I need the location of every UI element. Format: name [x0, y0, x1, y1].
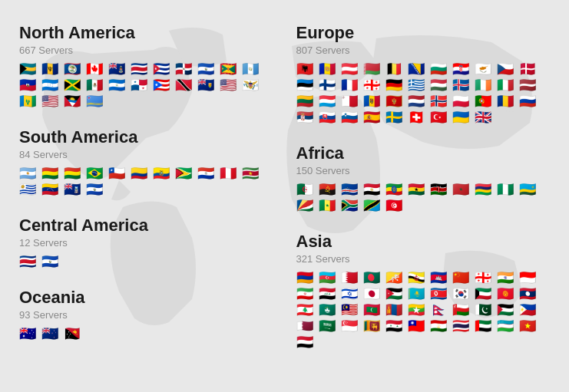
flag-cr2[interactable]: 🇨🇷 [19, 255, 39, 268]
flag-kr[interactable]: 🇰🇷 [452, 287, 472, 301]
flag-kw[interactable]: 🇰🇼 [475, 287, 495, 301]
flag-ae[interactable]: 🇦🇪 [475, 319, 495, 333]
flag-be[interactable]: 🇧🇪 [385, 62, 405, 76]
flag-no[interactable]: 🇳🇴 [430, 94, 450, 108]
flag-fr[interactable]: 🇫🇷 [341, 78, 361, 92]
flag-ca[interactable]: 🇨🇦 [86, 62, 106, 76]
flag-pa[interactable]: 🇵🇦 [131, 78, 151, 92]
flag-ph[interactable]: 🇵🇭 [519, 303, 539, 317]
flag-py[interactable]: 🇵🇾 [197, 166, 217, 180]
flag-ye[interactable]: 🇾🇪 [296, 335, 316, 349]
flag-vi[interactable]: 🇻🇮 [242, 78, 262, 92]
flag-cu[interactable]: 🇨🇺 [153, 62, 173, 76]
flag-mu[interactable]: 🇲🇺 [475, 183, 495, 196]
flag-ge2[interactable]: 🇬🇪 [475, 271, 495, 285]
flag-mx[interactable]: 🇲🇽 [86, 78, 106, 92]
flag-bo2[interactable]: 🇧🇴 [64, 166, 84, 180]
flag-il[interactable]: 🇮🇱 [341, 287, 361, 301]
flag-ro[interactable]: 🇷🇴 [497, 94, 517, 108]
flag-sa[interactable]: 🇸🇦 [319, 319, 339, 333]
flag-al[interactable]: 🇦🇱 [296, 62, 316, 76]
flag-lt[interactable]: 🇱🇹 [296, 94, 316, 108]
flag-us2[interactable]: 🇺🇸 [41, 94, 61, 108]
flag-na2[interactable]: 🇦🇬 [64, 94, 84, 108]
flag-at[interactable]: 🇦🇹 [341, 62, 361, 76]
flag-gy[interactable]: 🇬🇾 [175, 166, 195, 180]
flag-iq[interactable]: 🇮🇶 [319, 287, 339, 301]
flag-id[interactable]: 🇮🇩 [519, 271, 539, 285]
flag-ua[interactable]: 🇺🇦 [452, 110, 472, 124]
flag-cr[interactable]: 🇨🇷 [131, 62, 151, 76]
flag-gh[interactable]: 🇬🇭 [408, 183, 428, 196]
flag-ma[interactable]: 🇲🇦 [452, 183, 472, 196]
flag-us[interactable]: 🇺🇸 [220, 78, 240, 92]
flag-au[interactable]: 🇦🇺 [19, 327, 39, 341]
flag-ba[interactable]: 🇧🇦 [408, 62, 428, 76]
flag-sa2[interactable]: 🇫🇰 [64, 183, 84, 196]
flag-ve[interactable]: 🇻🇪 [41, 183, 61, 196]
flag-dz[interactable]: 🇩🇿 [296, 183, 316, 196]
flag-pk[interactable]: 🇵🇰 [475, 303, 495, 317]
flag-bt[interactable]: 🇧🇹 [385, 271, 405, 285]
flag-ke[interactable]: 🇰🇪 [430, 183, 450, 196]
flag-de[interactable]: 🇩🇪 [385, 78, 405, 92]
flag-mt[interactable]: 🇲🇹 [341, 94, 361, 108]
flag-hr[interactable]: 🇭🇷 [452, 62, 472, 76]
flag-om[interactable]: 🇴🇲 [452, 303, 472, 317]
flag-md[interactable]: 🇲🇩 [363, 94, 383, 108]
flag-by[interactable]: 🇧🇾 [363, 62, 383, 76]
flag-tt[interactable]: 🇹🇹 [175, 78, 195, 92]
flag-cz[interactable]: 🇨🇿 [497, 62, 517, 76]
flag-bs[interactable]: 🇧🇸 [19, 62, 39, 76]
flag-ie[interactable]: 🇮🇪 [475, 78, 495, 92]
flag-vc[interactable]: 🇻🇨 [19, 94, 39, 108]
flag-bn[interactable]: 🇧🇳 [408, 271, 428, 285]
flag-is[interactable]: 🇮🇸 [452, 78, 472, 92]
flag-ch[interactable]: 🇨🇭 [408, 110, 428, 124]
flag-sa3[interactable]: 🇸🇻 [86, 183, 106, 196]
flag-pl[interactable]: 🇵🇱 [452, 94, 472, 108]
flag-bh[interactable]: 🇧🇭 [341, 271, 361, 285]
flag-qa[interactable]: 🇶🇦 [296, 319, 316, 333]
flag-sc[interactable]: 🇸🇨 [296, 199, 316, 212]
flag-sk[interactable]: 🇸🇰 [319, 110, 339, 124]
flag-sg[interactable]: 🇸🇬 [341, 319, 361, 333]
flag-tn[interactable]: 🇹🇳 [385, 199, 405, 212]
flag-np[interactable]: 🇳🇵 [430, 303, 450, 317]
flag-do[interactable]: 🇩🇴 [175, 62, 195, 76]
flag-gb[interactable]: 🇬🇧 [475, 110, 495, 124]
flag-me[interactable]: 🇲🇪 [385, 94, 405, 108]
flag-ad[interactable]: 🇦🇩 [319, 62, 339, 76]
flag-lv[interactable]: 🇱🇻 [519, 78, 539, 92]
flag-ht[interactable]: 🇭🇹 [19, 78, 39, 92]
flag-uy[interactable]: 🇺🇾 [19, 183, 39, 196]
flag-kp[interactable]: 🇰🇵 [430, 287, 450, 301]
flag-mo[interactable]: 🇲🇴 [319, 303, 339, 317]
flag-tc[interactable]: 🇹🇨 [197, 78, 217, 92]
flag-th[interactable]: 🇹🇭 [452, 319, 472, 333]
flag-nl[interactable]: 🇳🇱 [408, 94, 428, 108]
flag-pt[interactable]: 🇵🇹 [475, 94, 495, 108]
flag-it[interactable]: 🇮🇹 [497, 78, 517, 92]
flag-az[interactable]: 🇦🇿 [319, 271, 339, 285]
flag-ir[interactable]: 🇮🇷 [296, 287, 316, 301]
flag-ps[interactable]: 🇵🇸 [497, 303, 517, 317]
flag-sy[interactable]: 🇸🇾 [385, 319, 405, 333]
flag-ru[interactable]: 🇷🇺 [519, 94, 539, 108]
flag-cn[interactable]: 🇨🇳 [452, 271, 472, 285]
flag-rs[interactable]: 🇷🇸 [296, 110, 316, 124]
flag-dk[interactable]: 🇩🇰 [519, 62, 539, 76]
flag-my[interactable]: 🇲🇾 [341, 303, 361, 317]
flag-mv[interactable]: 🇲🇻 [363, 303, 383, 317]
flag-jm[interactable]: 🇯🇲 [64, 78, 84, 92]
flag-hu[interactable]: 🇭🇺 [430, 78, 450, 92]
flag-bz[interactable]: 🇧🇿 [64, 62, 84, 76]
flag-br[interactable]: 🇧🇷 [86, 166, 106, 180]
flag-eg[interactable]: 🇪🇬 [363, 183, 383, 196]
flag-uz[interactable]: 🇺🇿 [497, 319, 517, 333]
flag-lu[interactable]: 🇱🇺 [319, 94, 339, 108]
flag-gr[interactable]: 🇬🇷 [408, 78, 428, 92]
flag-cy[interactable]: 🇨🇾 [475, 62, 495, 76]
flag-pr[interactable]: 🇵🇷 [153, 78, 173, 92]
flag-ar[interactable]: 🇦🇷 [19, 166, 39, 180]
